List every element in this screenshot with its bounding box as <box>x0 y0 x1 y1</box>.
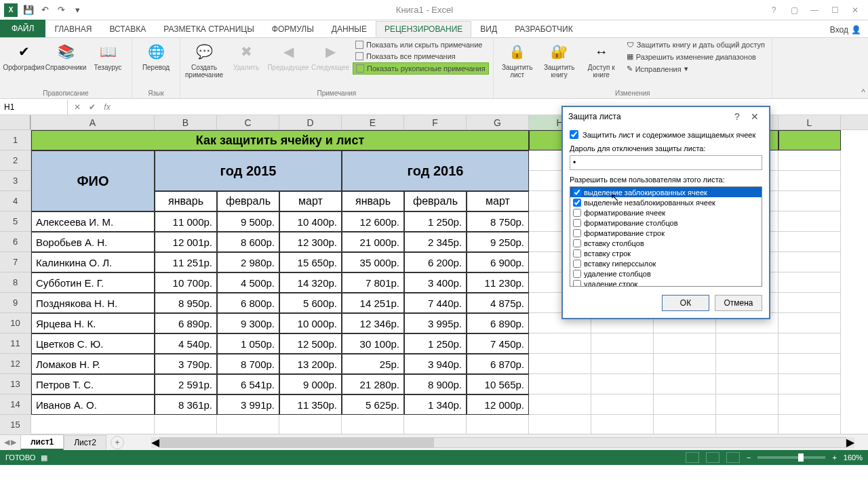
cell[interactable]: 25р. <box>342 354 404 374</box>
cell[interactable]: 35 000р. <box>342 252 404 272</box>
cell[interactable] <box>778 293 841 313</box>
ribbon-opts-icon[interactable]: ▢ <box>784 2 804 18</box>
sheet-nav-prev[interactable]: ◀ <box>4 438 9 447</box>
show-hide-comment[interactable]: Показать или скрыть примечание <box>353 39 489 50</box>
permission-item[interactable]: вставку столбцов <box>570 238 762 248</box>
tab-review[interactable]: РЕЦЕНЗИРОВАНИЕ <box>376 21 471 37</box>
zoom-slider[interactable] <box>757 456 825 459</box>
enter-formula-icon[interactable]: ✔ <box>85 100 99 114</box>
cell[interactable] <box>654 394 716 415</box>
cell[interactable]: 6 800р. <box>217 293 279 313</box>
row-head-5[interactable]: 5 <box>0 211 31 232</box>
cell[interactable]: 8 750р. <box>467 211 529 232</box>
cell[interactable]: 6 890р. <box>467 313 529 333</box>
cell[interactable] <box>217 415 279 434</box>
tab-formulas[interactable]: ФОРМУЛЫ <box>263 21 323 37</box>
cell[interactable]: 3 400р. <box>404 272 467 293</box>
cell[interactable]: 1 340р. <box>404 394 467 415</box>
col-head-F[interactable]: F <box>404 115 467 129</box>
cell[interactable] <box>778 171 841 191</box>
zoom-in-icon[interactable]: + <box>832 453 836 462</box>
cell[interactable] <box>778 272 841 293</box>
cell[interactable]: 8 700р. <box>217 354 279 374</box>
cell[interactable] <box>404 415 467 434</box>
row-head-10[interactable]: 10 <box>0 313 31 333</box>
cancel-formula-icon[interactable]: ✕ <box>71 100 84 114</box>
cell[interactable] <box>778 374 841 394</box>
spelling-button[interactable]: ✔Орфография <box>4 39 43 73</box>
permission-item[interactable]: удаление строк <box>570 279 762 287</box>
permission-item[interactable]: удаление столбцов <box>570 268 762 279</box>
col-head-E[interactable]: E <box>342 115 404 129</box>
permission-item[interactable]: вставку гиперссылок <box>570 258 762 268</box>
cell[interactable]: 2 345р. <box>404 232 467 252</box>
row-head-4[interactable]: 4 <box>0 191 31 211</box>
cell[interactable]: 3 790р. <box>155 354 217 374</box>
cell[interactable] <box>591 394 654 415</box>
share-book-button[interactable]: ↔Доступ к книге <box>582 39 621 80</box>
row-head-11[interactable]: 11 <box>0 333 31 354</box>
cell[interactable] <box>529 354 591 374</box>
protect-share-button[interactable]: 🛡Защитить книгу и дать общий доступ <box>624 39 768 50</box>
header-year2[interactable]: год 2016 <box>342 150 529 191</box>
cell[interactable]: Калинкина О. Л. <box>31 252 155 272</box>
cell[interactable] <box>591 333 654 354</box>
cell[interactable]: 3 995р. <box>404 313 467 333</box>
tab-data[interactable]: ДАННЫЕ <box>323 21 376 37</box>
scroll-left-icon[interactable]: ◀ <box>151 436 159 449</box>
cell[interactable]: 5 625р. <box>342 394 404 415</box>
cell[interactable]: 8 900р. <box>404 374 467 394</box>
cell[interactable] <box>591 415 654 434</box>
header-month[interactable]: февраль <box>217 191 279 211</box>
cell[interactable] <box>778 354 841 374</box>
tab-insert[interactable]: ВСТАВКА <box>100 21 155 37</box>
qat-redo[interactable]: ↷ <box>53 2 69 18</box>
row-head-14[interactable]: 14 <box>0 394 31 415</box>
header-month[interactable]: январь <box>155 191 217 211</box>
help-icon[interactable]: ? <box>764 2 784 18</box>
cell[interactable] <box>778 191 841 211</box>
row-head-7[interactable]: 7 <box>0 252 31 272</box>
cell[interactable]: 13 200р. <box>279 354 342 374</box>
cell[interactable] <box>467 415 529 434</box>
cell[interactable] <box>529 374 591 394</box>
cell[interactable]: 8 600р. <box>217 232 279 252</box>
cell[interactable]: 6 870р. <box>467 354 529 374</box>
cell[interactable]: 6 890р. <box>155 313 217 333</box>
cell[interactable]: Как защитить ячейку и лист <box>31 130 529 150</box>
cell[interactable] <box>778 252 841 272</box>
sheet-tab-2[interactable]: Лист2 <box>64 435 106 449</box>
cell[interactable]: 11 251р. <box>155 252 217 272</box>
cell[interactable] <box>778 394 841 415</box>
cell[interactable]: 9 250р. <box>467 232 529 252</box>
cell[interactable]: 7 440р. <box>404 293 467 313</box>
col-head-A[interactable]: A <box>31 115 155 129</box>
cell[interactable]: 3 991р. <box>217 394 279 415</box>
cell[interactable] <box>716 333 778 354</box>
tab-file[interactable]: ФАЙЛ <box>0 20 45 37</box>
cell[interactable] <box>716 374 778 394</box>
header-month[interactable]: февраль <box>404 191 467 211</box>
h-scrollbar[interactable]: ◀ ▶ <box>151 437 854 448</box>
cell[interactable]: 11 000р. <box>155 211 217 232</box>
signin-button[interactable]: Вход 👤 <box>823 22 868 37</box>
cell[interactable]: 1 050р. <box>217 333 279 354</box>
cell[interactable] <box>778 211 841 232</box>
cancel-button[interactable]: Отмена <box>715 295 762 311</box>
cell[interactable]: 6 200р. <box>404 252 467 272</box>
cell[interactable]: 9 500р. <box>217 211 279 232</box>
zoom-level[interactable]: 160% <box>844 453 863 462</box>
cell[interactable] <box>529 415 591 434</box>
collapse-ribbon-icon[interactable]: ^ <box>861 87 865 97</box>
cell[interactable]: 12 500р. <box>279 333 342 354</box>
cell[interactable] <box>654 415 716 434</box>
cell[interactable]: 11 350р. <box>279 394 342 415</box>
name-box[interactable]: H1 <box>0 100 68 115</box>
cell[interactable]: 7 450р. <box>467 333 529 354</box>
cell[interactable] <box>279 415 342 434</box>
cell[interactable]: 5 600р. <box>279 293 342 313</box>
cell[interactable]: 4 500р. <box>217 272 279 293</box>
cell[interactable]: 10 700р. <box>155 272 217 293</box>
header-month[interactable]: март <box>467 191 529 211</box>
cell[interactable]: Ярцева Н. К. <box>31 313 155 333</box>
